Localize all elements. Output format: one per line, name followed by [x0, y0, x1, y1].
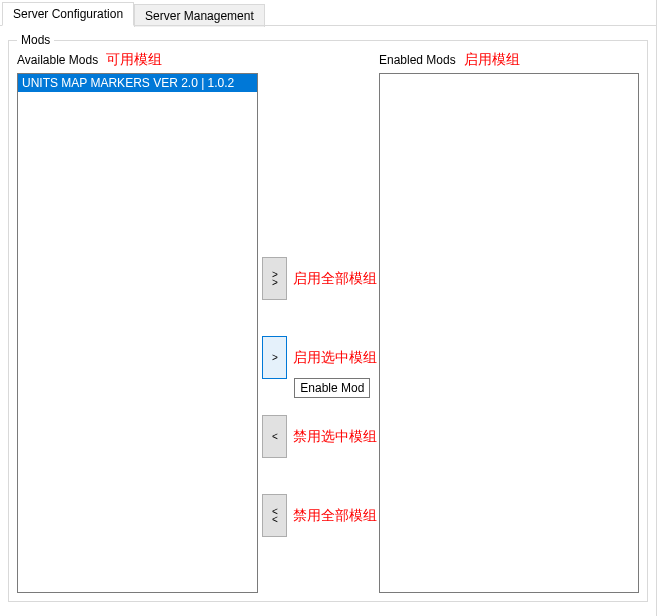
- chevron-left-icon: <: [272, 516, 278, 524]
- mods-fieldset: Mods Available Mods 可用模组 UNITS MAP MARKE…: [8, 40, 648, 602]
- enable-mod-tooltip: Enable Mod: [294, 378, 370, 398]
- enable-all-button[interactable]: > >: [262, 257, 287, 300]
- enabled-mods-annotation: 启用模组: [464, 51, 520, 69]
- tab-content: Mods Available Mods 可用模组 UNITS MAP MARKE…: [0, 26, 656, 610]
- tab-server-configuration[interactable]: Server Configuration: [2, 2, 134, 26]
- enabled-mods-listbox[interactable]: [379, 73, 639, 593]
- disable-selected-annotation: 禁用选中模组: [293, 428, 377, 446]
- tabs-container: Server Configuration Server Management M…: [0, 0, 657, 616]
- disable-all-button[interactable]: < <: [262, 494, 287, 537]
- chevron-left-icon: <: [272, 433, 278, 441]
- chevron-right-icon: >: [272, 354, 278, 362]
- disable-selected-button[interactable]: <: [262, 415, 287, 458]
- available-mods-annotation: 可用模组: [106, 51, 162, 69]
- available-mods-label: Available Mods: [17, 53, 98, 67]
- enable-all-annotation: 启用全部模组: [293, 270, 377, 288]
- list-item[interactable]: UNITS MAP MARKERS VER 2.0 | 1.0.2: [18, 74, 257, 92]
- tab-header: Server Configuration Server Management: [0, 0, 656, 26]
- fieldset-legend: Mods: [17, 33, 54, 47]
- enabled-mods-label: Enabled Mods: [379, 53, 456, 67]
- available-mods-column: Available Mods 可用模组 UNITS MAP MARKERS VE…: [17, 51, 258, 593]
- chevron-right-icon: >: [272, 279, 278, 287]
- enable-selected-button[interactable]: >: [262, 336, 287, 379]
- disable-all-annotation: 禁用全部模组: [293, 507, 377, 525]
- available-mods-listbox[interactable]: UNITS MAP MARKERS VER 2.0 | 1.0.2: [17, 73, 258, 593]
- tab-server-management[interactable]: Server Management: [134, 4, 265, 27]
- enable-selected-annotation: 启用选中模组: [293, 349, 377, 367]
